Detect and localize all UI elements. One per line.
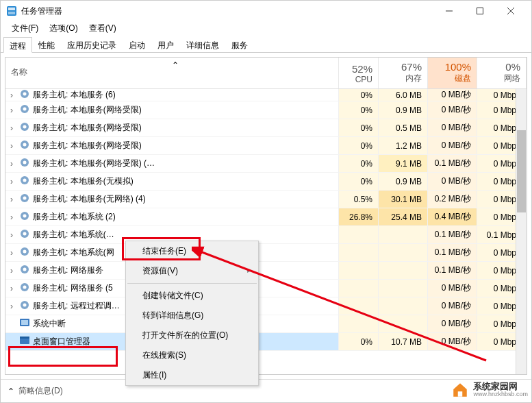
header-cpu[interactable]: 52% CPU: [339, 58, 379, 88]
expand-chevron-icon[interactable]: ›: [7, 230, 16, 240]
process-icon: [19, 121, 30, 134]
cell-disk: 0 MB/秒: [428, 173, 477, 190]
cell-disk: 0 MB/秒: [428, 333, 477, 350]
expand-chevron-icon[interactable]: ›: [7, 177, 16, 186]
cell-disk: 0 MB/秒: [428, 297, 477, 315]
svg-point-16: [23, 161, 27, 164]
table-row[interactable]: ›服务主机: 本地服务(网络受限) (…0%9.1 MB0.1 MB/秒0 Mb…: [5, 155, 527, 173]
fewer-details-link[interactable]: 简略信息(D): [18, 385, 63, 397]
table-row[interactable]: ›服务主机: 本地服务(网络受限)0%1.2 MB0 MB/秒0 Mbps: [5, 137, 527, 155]
scrollbar[interactable]: [516, 89, 527, 374]
menu-end-task[interactable]: 结束任务(E): [126, 241, 258, 261]
cell-memory: 0.9 MB: [379, 101, 428, 119]
process-name: 服务主机: 网络服务: [33, 265, 103, 276]
header-disk-pct: 100%: [433, 61, 471, 73]
menu-end-task-label: 结束任务(E): [142, 245, 186, 257]
svg-rect-34: [21, 320, 28, 325]
menu-open-location[interactable]: 打开文件所在的位置(O): [126, 326, 258, 345]
menu-view[interactable]: 查看(V): [84, 21, 122, 36]
process-icon: [19, 193, 30, 206]
table-row[interactable]: ›服务主机: 本地服务 (6)0%6.0 MB0 MB/秒0 Mbps: [5, 89, 527, 101]
table-row[interactable]: ›服务主机: 本地服务(无网络) (4)0.5%30.1 MB0.2 MB/秒0…: [5, 191, 527, 208]
tab-0[interactable]: 进程: [3, 37, 32, 53]
tab-6[interactable]: 服务: [225, 36, 254, 52]
process-icon: [19, 175, 30, 188]
header-memory[interactable]: 67% 内存: [379, 58, 428, 88]
table-row[interactable]: ›服务主机: 远程过程调…0 MB/秒0 Mbps: [5, 297, 527, 315]
process-icon: [19, 264, 30, 277]
tab-1[interactable]: 性能: [32, 36, 61, 52]
process-icon: [19, 317, 30, 330]
table-row[interactable]: ›服务主机: 本地服务(网络受限)0%0.9 MB0 MB/秒0 Mbps: [5, 101, 527, 119]
process-name: 服务主机: 网络服务 (5: [33, 282, 113, 294]
minimize-button[interactable]: [433, 1, 464, 21]
process-icon: [19, 228, 30, 241]
expand-chevron-icon[interactable]: ›: [7, 106, 16, 115]
header-net-pct: 0%: [483, 61, 520, 73]
header-disk[interactable]: 100% 磁盘: [428, 58, 477, 88]
table-row[interactable]: ›服务主机: 本地系统 (2)26.8%25.4 MB0.4 MB/秒0 Mbp…: [5, 208, 527, 226]
menu-properties[interactable]: 属性(I): [126, 365, 258, 385]
menu-search-online-label: 在线搜索(S): [142, 350, 186, 361]
table-row[interactable]: 桌面窗口管理器0%10.7 MB0 MB/秒0 Mbps: [5, 333, 527, 351]
process-icon: [19, 246, 30, 259]
svg-point-22: [23, 215, 27, 218]
expand-chevron-icon[interactable]: ›: [7, 212, 16, 222]
close-button[interactable]: [495, 1, 526, 21]
table-row[interactable]: 系统中断0 MB/秒0 Mbps: [5, 315, 527, 333]
header-network[interactable]: 0% 网络: [477, 58, 527, 88]
process-name: 服务主机: 本地系统(…: [33, 229, 114, 241]
menu-file[interactable]: 文件(F): [6, 21, 44, 36]
expand-chevron-icon[interactable]: ›: [7, 284, 16, 293]
cell-disk: 0 MB/秒: [428, 137, 477, 154]
table-row[interactable]: ›服务主机: 本地服务(无模拟)0%0.9 MB0 MB/秒0 Mbps: [5, 173, 527, 191]
content: ⌃ 名称 52% CPU 67% 内存 100% 磁盘 0% 网络: [1, 53, 531, 379]
menu-options[interactable]: 选项(O): [44, 21, 83, 36]
expand-chevron-icon[interactable]: ›: [7, 90, 16, 100]
expand-chevron-icon[interactable]: ›: [7, 302, 16, 311]
context-menu: 结束任务(E) 资源值(V)▸ 创建转储文件(C) 转到详细信息(G) 打开文件…: [125, 241, 259, 386]
process-icon: [19, 282, 30, 295]
expand-chevron-icon[interactable]: ›: [7, 141, 16, 151]
process-name: 服务主机: 本地系统(网: [33, 247, 114, 258]
expand-chevron-icon[interactable]: ›: [7, 195, 16, 204]
cell-memory: [379, 226, 428, 243]
menu-search-online[interactable]: 在线搜索(S): [126, 345, 258, 365]
tab-3[interactable]: 启动: [123, 36, 151, 52]
header-name[interactable]: ⌃ 名称: [5, 58, 339, 88]
svg-point-14: [23, 143, 27, 147]
cell-cpu: 0%: [339, 137, 379, 154]
titlebar: 任务管理器: [1, 1, 531, 21]
process-name: 服务主机: 本地服务(网络受限): [33, 140, 142, 151]
process-name: 服务主机: 本地服务(网络受限): [33, 104, 142, 116]
process-name: 服务主机: 本地系统 (2): [33, 211, 116, 223]
cell-disk: 0 MB/秒: [428, 101, 477, 119]
menu-resource-values[interactable]: 资源值(V)▸: [126, 261, 258, 281]
cell-memory: [379, 315, 428, 332]
cell-disk: 0 MB/秒: [428, 280, 477, 297]
svg-point-8: [23, 93, 27, 96]
cell-memory: [379, 244, 428, 261]
tab-5[interactable]: 详细信息: [180, 36, 225, 52]
process-icon: [19, 103, 30, 117]
cell-memory: [379, 280, 428, 297]
submenu-chevron-icon: ▸: [247, 265, 251, 277]
menu-create-dump[interactable]: 创建转储文件(C): [126, 286, 258, 306]
cell-name: ›服务主机: 本地服务(网络受限) (…: [5, 155, 339, 172]
menu-go-details[interactable]: 转到详细信息(G): [126, 306, 258, 326]
scrollbar-thumb[interactable]: [517, 130, 526, 212]
table-row[interactable]: ›服务主机: 网络服务0.1 MB/秒0 Mbps: [5, 262, 527, 280]
table-row[interactable]: ›服务主机: 本地服务(网络受限)0%0.5 MB0 MB/秒0 Mbps: [5, 119, 527, 137]
table-row[interactable]: ›服务主机: 本地系统(…0.1 MB/秒0.1 Mbps: [5, 226, 527, 244]
tab-2[interactable]: 应用历史记录: [61, 36, 123, 52]
window-controls: [433, 1, 526, 21]
cell-memory: 0.5 MB: [379, 119, 428, 136]
expand-chevron-icon[interactable]: ›: [7, 248, 16, 258]
tab-4[interactable]: 用户: [151, 36, 180, 52]
expand-chevron-icon[interactable]: ›: [7, 123, 16, 133]
expand-chevron-icon[interactable]: ›: [7, 159, 16, 169]
table-row[interactable]: ›服务主机: 网络服务 (50 MB/秒0 Mbps: [5, 280, 527, 297]
expand-chevron-icon[interactable]: ›: [7, 266, 16, 276]
maximize-button[interactable]: [464, 1, 495, 21]
table-row[interactable]: ›服务主机: 本地系统(网0.1 MB/秒0 Mbps: [5, 244, 527, 262]
